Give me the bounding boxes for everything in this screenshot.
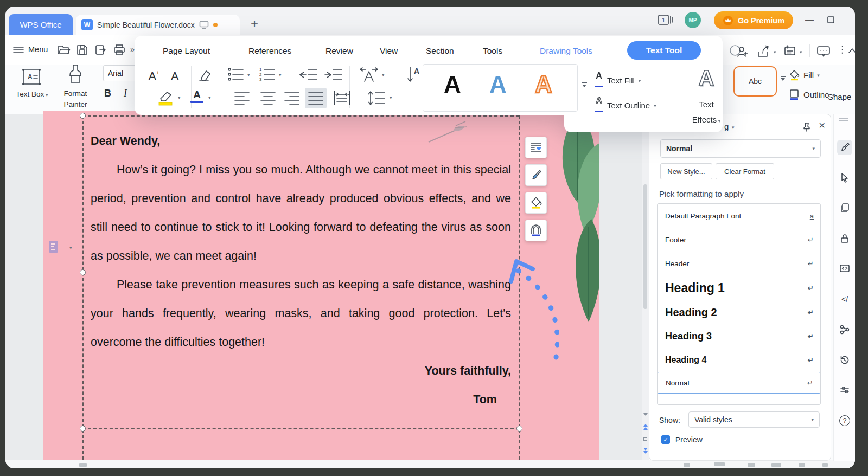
tab-section[interactable]: Section	[426, 46, 454, 56]
textbox-border-left[interactable]	[82, 115, 84, 460]
numbered-list-icon[interactable]: 123	[258, 66, 277, 83]
tab-document[interactable]: W Simple Beautiful Flower.docx	[76, 15, 240, 35]
wordart-preset-blue[interactable]: A	[489, 71, 507, 98]
rail-styles-brush-button[interactable]	[837, 140, 852, 155]
decrease-indent-icon[interactable]	[297, 67, 318, 82]
increase-font-button[interactable]: A+	[143, 67, 165, 85]
highlighter-icon[interactable]	[156, 90, 175, 106]
style-item-heading4[interactable]: Heading 4↵	[658, 348, 820, 372]
new-style-button[interactable]: New Style...	[660, 163, 712, 179]
rail-settings-button[interactable]	[837, 383, 852, 398]
wordart-preset-black[interactable]: A	[444, 71, 461, 98]
decrease-font-button[interactable]: A−	[166, 67, 188, 85]
style-item-heading2[interactable]: Heading 2↵	[658, 300, 820, 324]
show-styles-dropdown[interactable]: Valid styles▾	[688, 411, 820, 428]
wordart-gallery-more[interactable]	[580, 82, 588, 87]
numbered-list-caret[interactable]: ▾	[279, 72, 282, 78]
shape-menu-label[interactable]: Shape	[828, 92, 851, 101]
previous-page-button[interactable]	[643, 424, 648, 427]
distribute-icon[interactable]	[332, 90, 352, 106]
close-panel-icon[interactable]: ×	[819, 119, 825, 132]
quick-outline-button[interactable]	[525, 220, 547, 241]
share-icon[interactable]	[756, 44, 771, 59]
print-icon[interactable]	[113, 44, 126, 56]
menu-icon[interactable]	[13, 46, 24, 54]
tab-view[interactable]: View	[380, 46, 398, 56]
wrap-text-button[interactable]	[525, 137, 547, 158]
textbox-handle-topleft[interactable]	[80, 113, 86, 119]
align-center-icon[interactable]	[259, 91, 277, 105]
export-icon[interactable]	[94, 44, 107, 56]
character-scale-icon[interactable]	[358, 66, 380, 83]
line-spacing-icon[interactable]	[367, 90, 386, 106]
rail-select-button[interactable]	[837, 170, 852, 185]
letter-text[interactable]: Dear Wendy, How’s it going? I miss you s…	[91, 116, 511, 414]
bullet-list-caret[interactable]: ▾	[247, 72, 250, 78]
collapse-ribbon-icon[interactable]	[847, 47, 855, 54]
font-color-caret[interactable]: ▾	[208, 95, 211, 100]
character-scale-caret[interactable]: ▾	[382, 72, 385, 78]
document-page[interactable]: Dear Wendy, How’s it going? I miss you s…	[43, 111, 599, 460]
line-spacing-caret[interactable]: ▾	[390, 95, 392, 100]
shape-style-gallery-more[interactable]	[779, 76, 787, 81]
style-item-default-paragraph-font[interactable]: Default Paragraph Fonta	[658, 204, 820, 228]
textbox-handle-bottomright[interactable]	[516, 426, 522, 432]
tab-wps-office[interactable]: WPS Office	[9, 14, 73, 35]
new-tab-button[interactable]: +	[251, 16, 258, 31]
bullet-list-icon[interactable]	[227, 66, 245, 83]
style-brush-button[interactable]	[525, 164, 547, 186]
share-caret[interactable]: ▾	[774, 49, 776, 55]
next-page-button[interactable]	[643, 448, 648, 451]
open-file-icon[interactable]	[58, 44, 71, 56]
font-color-button[interactable]: A	[189, 89, 205, 103]
tab-tools[interactable]: Tools	[483, 46, 502, 56]
vertical-scrollbar[interactable]	[642, 114, 649, 460]
comment-icon[interactable]	[816, 44, 831, 59]
clear-format-button[interactable]: Clear Format	[716, 163, 774, 179]
text-effects-label-2[interactable]: Effects ▾	[680, 115, 732, 125]
window-count-icon[interactable]: 1	[658, 14, 675, 28]
more-options-icon[interactable]: ⋮	[838, 44, 847, 55]
rail-code-comment-button[interactable]	[837, 261, 852, 276]
layout-anchor-icon[interactable]	[48, 240, 61, 255]
text-box-icon[interactable]: A	[20, 66, 43, 88]
rail-lock-button[interactable]	[837, 231, 852, 246]
format-painter-button[interactable]: Format Painter	[55, 88, 95, 110]
wordart-preset-orange[interactable]: A	[535, 71, 552, 98]
clear-format-eraser-icon[interactable]	[195, 68, 212, 82]
rail-code-button[interactable]: </	[837, 292, 852, 307]
rail-copy-button[interactable]	[837, 201, 852, 216]
rail-history-button[interactable]	[837, 352, 852, 368]
scrollbar-thumb[interactable]	[643, 184, 647, 309]
shape-fill-button[interactable]: Fill▾	[789, 69, 820, 81]
invite-collaborator-icon[interactable]	[728, 43, 748, 60]
style-selector-dropdown[interactable]: Normal▾	[660, 139, 821, 158]
rail-share-nodes-button[interactable]	[837, 322, 852, 337]
layout-anchor-caret[interactable]: ▾	[69, 245, 72, 250]
rail-drag-handle[interactable]	[839, 118, 848, 119]
text-outline-button[interactable]: A Text Outline▾	[595, 97, 656, 114]
style-item-normal-selected[interactable]: Normal↵	[658, 372, 820, 394]
sort-text-icon[interactable]: A	[405, 65, 423, 85]
maximize-button[interactable]	[827, 16, 835, 24]
scroll-down-arrow[interactable]	[643, 413, 648, 416]
bold-button[interactable]: B	[104, 88, 111, 99]
shape-style-preset[interactable]: Abc	[733, 66, 777, 97]
highlighter-caret[interactable]: ▾	[178, 95, 181, 100]
tab-references[interactable]: References	[248, 46, 291, 56]
go-premium-button[interactable]: Go Premium	[714, 11, 793, 29]
increase-indent-icon[interactable]	[322, 67, 343, 82]
pin-panel-icon[interactable]	[801, 121, 812, 132]
italic-button[interactable]: I	[124, 88, 127, 99]
text-box-button[interactable]: Text Box ▾	[9, 89, 55, 99]
textbox-handle-midleft[interactable]	[80, 269, 86, 275]
tab-review[interactable]: Review	[326, 46, 353, 56]
avatar[interactable]: MP	[685, 12, 701, 28]
preview-checkbox[interactable]: ✓	[661, 435, 670, 444]
text-fill-button[interactable]: A Text Fill▾	[595, 72, 641, 89]
quick-fill-button[interactable]	[525, 192, 547, 214]
tab-drawing-tools[interactable]: Drawing Tools	[540, 46, 592, 56]
style-item-heading1[interactable]: Heading 1↵	[658, 275, 820, 300]
save-version-icon[interactable]	[782, 44, 797, 59]
style-item-header[interactable]: Header↵	[658, 252, 820, 275]
